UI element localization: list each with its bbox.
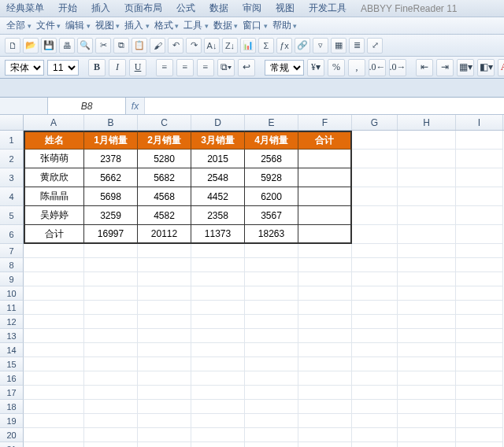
cell[interactable]: [138, 442, 191, 447]
cell[interactable]: [191, 244, 245, 258]
cell[interactable]: [398, 131, 456, 150]
row-header[interactable]: 20: [0, 428, 24, 442]
chart-icon[interactable]: 📊: [240, 38, 256, 54]
cell[interactable]: [298, 272, 352, 286]
font-color-icon[interactable]: A▾: [498, 59, 504, 76]
cell[interactable]: [456, 131, 503, 150]
value-cell[interactable]: 4568: [138, 187, 191, 206]
cell[interactable]: [138, 343, 191, 357]
cell[interactable]: [138, 272, 191, 286]
cell[interactable]: [84, 414, 138, 428]
row-header[interactable]: 14: [0, 343, 24, 357]
value-cell[interactable]: 3567: [245, 206, 298, 225]
value-cell[interactable]: [298, 150, 352, 168]
cell[interactable]: [398, 400, 456, 414]
formula-bar[interactable]: [145, 98, 504, 114]
cell[interactable]: [245, 442, 298, 447]
row-header[interactable]: 13: [0, 329, 24, 343]
submenu-tools[interactable]: 工具: [183, 19, 209, 32]
row-header[interactable]: 9: [0, 272, 24, 286]
cell[interactable]: [298, 371, 352, 386]
cell[interactable]: [352, 329, 398, 343]
cell[interactable]: [398, 206, 456, 225]
cell[interactable]: [456, 225, 503, 244]
cell[interactable]: [138, 400, 191, 414]
submenu-data[interactable]: 数据: [213, 19, 239, 32]
row-header[interactable]: 6: [0, 225, 24, 244]
cell[interactable]: [84, 357, 138, 371]
cell[interactable]: [456, 315, 503, 329]
cell[interactable]: [191, 329, 245, 343]
cell[interactable]: [245, 428, 298, 442]
cell[interactable]: [398, 371, 456, 386]
save-icon[interactable]: 💾: [41, 38, 57, 54]
cell[interactable]: [298, 258, 352, 272]
cell[interactable]: [191, 386, 245, 400]
autosum-icon[interactable]: Σ: [258, 38, 274, 54]
cell[interactable]: [398, 244, 456, 258]
cell[interactable]: [298, 386, 352, 400]
submenu-format[interactable]: 格式: [154, 19, 180, 32]
cell[interactable]: [84, 329, 138, 343]
value-cell[interactable]: 2015: [191, 150, 245, 168]
increase-decimal-icon[interactable]: .0←: [369, 59, 386, 76]
cell[interactable]: [456, 258, 503, 272]
row-header[interactable]: 1: [0, 131, 24, 150]
cell[interactable]: [24, 329, 84, 343]
cell[interactable]: [456, 150, 503, 168]
format-painter-icon[interactable]: 🖌: [150, 38, 165, 54]
cell[interactable]: [456, 244, 503, 258]
submenu-file[interactable]: 文件: [36, 19, 61, 32]
cell[interactable]: [352, 272, 398, 286]
cell[interactable]: [24, 272, 84, 286]
select-all-corner[interactable]: [0, 115, 24, 130]
table-icon[interactable]: ▦: [331, 38, 346, 54]
cell[interactable]: [245, 301, 298, 315]
cell[interactable]: [24, 386, 84, 400]
value-cell[interactable]: 6200: [245, 187, 298, 206]
cell[interactable]: [24, 343, 84, 357]
cell[interactable]: [24, 258, 84, 272]
cell[interactable]: [245, 329, 298, 343]
cell[interactable]: [456, 187, 503, 206]
name-cell[interactable]: 合计: [24, 225, 84, 244]
value-cell[interactable]: 3259: [84, 206, 138, 225]
cell[interactable]: [456, 400, 503, 414]
value-cell[interactable]: 20112: [138, 225, 191, 244]
underline-button[interactable]: U: [129, 59, 146, 76]
decrease-decimal-icon[interactable]: .0→: [389, 59, 406, 76]
menu-view[interactable]: 视图: [276, 2, 295, 15]
cell[interactable]: [24, 244, 84, 258]
table-header[interactable]: 3月销量: [191, 131, 245, 150]
submenu-all[interactable]: 全部: [6, 19, 32, 32]
value-cell[interactable]: 5682: [138, 168, 191, 187]
row-header[interactable]: 4: [0, 187, 24, 206]
cell[interactable]: [456, 371, 503, 386]
cell[interactable]: [24, 428, 84, 442]
sort-asc-icon[interactable]: A↓: [204, 38, 220, 54]
sort-desc-icon[interactable]: Z↓: [222, 38, 238, 54]
cell[interactable]: [456, 414, 503, 428]
value-cell[interactable]: 4582: [138, 206, 191, 225]
cell[interactable]: [191, 315, 245, 329]
cell[interactable]: [398, 329, 456, 343]
value-cell[interactable]: 5928: [245, 168, 298, 187]
cell[interactable]: [24, 286, 84, 301]
cell[interactable]: [398, 225, 456, 244]
cell[interactable]: [24, 371, 84, 386]
name-cell[interactable]: 吴婷婷: [24, 206, 84, 225]
column-header-H[interactable]: H: [398, 115, 456, 130]
cells-area[interactable]: 姓名1月销量2月销量3月销量4月销量合计张萌萌2378528020152568黄…: [24, 131, 503, 447]
cell[interactable]: [84, 258, 138, 272]
cell[interactable]: [24, 301, 84, 315]
cell[interactable]: [298, 442, 352, 447]
column-header-B[interactable]: B: [84, 115, 138, 130]
cell[interactable]: [352, 150, 398, 168]
value-cell[interactable]: 2378: [84, 150, 138, 168]
cell[interactable]: [138, 414, 191, 428]
cell[interactable]: [84, 244, 138, 258]
copy-icon[interactable]: ⧉: [113, 38, 129, 54]
row-header[interactable]: 7: [0, 244, 24, 258]
table-header[interactable]: 合计: [298, 131, 352, 150]
value-cell[interactable]: 18263: [245, 225, 298, 244]
